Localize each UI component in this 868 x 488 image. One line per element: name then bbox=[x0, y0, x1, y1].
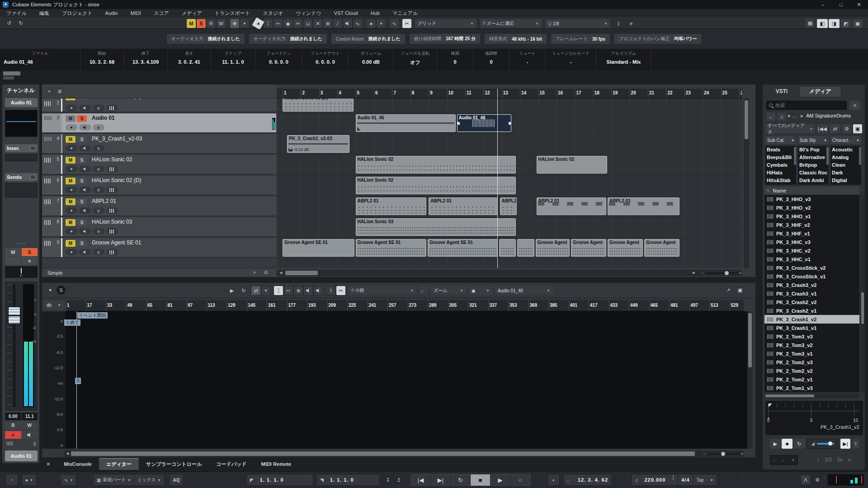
file-item-PK_3_CrossStick_v1[interactable]: PK_3_CrossStick_v1 bbox=[764, 272, 859, 281]
scrollbar-thumb[interactable] bbox=[285, 271, 318, 275]
play-tool-icon[interactable] bbox=[343, 19, 352, 28]
zoom-in-icon[interactable]: + bbox=[741, 451, 744, 456]
info-field-ボリューム[interactable]: ボリューム0.00 dB bbox=[349, 49, 394, 70]
track-record-enable-button[interactable]: ● bbox=[66, 228, 77, 235]
track-instrument-button[interactable] bbox=[106, 105, 118, 111]
track-solo-button[interactable]: S bbox=[77, 136, 87, 143]
zoom-in-icon[interactable]: + bbox=[739, 271, 742, 276]
file-item-PK_2_Tom1_v3[interactable]: PK_2_Tom1_v3 bbox=[764, 384, 859, 392]
event-Groove Agent[interactable]: Groove Agent bbox=[571, 239, 606, 257]
track-monitor-button[interactable] bbox=[79, 105, 91, 111]
fader-db-value[interactable]: 0.00 bbox=[5, 413, 21, 420]
editor-ruler-unit-select[interactable]: db▼ bbox=[44, 300, 64, 310]
record-button[interactable]: ○ bbox=[510, 474, 530, 486]
track-monitor-button[interactable] bbox=[79, 249, 91, 255]
file-item-PK_3_HHC_v2[interactable]: PK_3_HHC_v2 bbox=[764, 246, 859, 255]
event-ABPL2 01[interactable]: ABPL2 01 bbox=[356, 197, 427, 215]
file-item-PK_3_Crash3_v1[interactable]: PK_3_Crash3_v1 bbox=[764, 289, 859, 298]
editor-horizontal-scrollbar[interactable]: ◀ − + bbox=[64, 450, 744, 457]
fade-handle-icon[interactable] bbox=[768, 404, 772, 408]
preview-volume-control[interactable] bbox=[807, 439, 838, 449]
tab-media[interactable]: メディア bbox=[799, 86, 841, 97]
event-Groove Agent SE 01[interactable]: Groove Agent SE 01 bbox=[428, 239, 498, 257]
editor-grid-select[interactable]: # 小節▼ bbox=[349, 286, 416, 295]
scrollbar-thumb[interactable] bbox=[794, 147, 796, 165]
range-tool-icon[interactable]: ⌶ bbox=[274, 286, 283, 295]
redo-button[interactable]: ↻ bbox=[16, 19, 25, 28]
minimize-button[interactable]: – bbox=[814, 0, 832, 9]
filter-column-header-Sub Cat.[interactable]: Sub Cat.▼ bbox=[765, 136, 796, 144]
pad-icon[interactable]: ▦ 新規パート▼ bbox=[94, 474, 134, 485]
scroll-right-icon[interactable]: ▶ bbox=[691, 270, 697, 276]
reset-filter-icon[interactable]: |◀◀ bbox=[817, 124, 828, 133]
scrollbar-thumb[interactable] bbox=[765, 394, 814, 397]
fader-handle[interactable] bbox=[8, 307, 20, 324]
play-tool-icon[interactable] bbox=[314, 286, 323, 295]
file-item-PK_3_HHF_v2[interactable]: PK_3_HHF_v2 bbox=[764, 221, 859, 229]
automation-W[interactable]: W bbox=[217, 19, 226, 28]
menu-item-編集[interactable]: 編集 bbox=[33, 10, 56, 17]
half-speed-button[interactable]: 1/2 bbox=[825, 457, 832, 462]
read-automation-button[interactable]: R bbox=[5, 422, 21, 429]
editor-solo-button[interactable]: S bbox=[57, 286, 66, 295]
split-tool-icon[interactable]: ✂ bbox=[293, 19, 302, 28]
track-record-enable-button[interactable]: ● bbox=[66, 124, 77, 131]
inspector-bottom-track-name[interactable]: Audio 01 bbox=[5, 450, 38, 461]
goto-end-button[interactable]: ▶| bbox=[431, 474, 451, 486]
track-instrument-button[interactable] bbox=[106, 166, 118, 172]
editor-waveform-display[interactable]: 0-2.5-6.0-12.0-oo-12.0-6.0-2.50 イベント開始 ト… bbox=[42, 311, 747, 449]
scroll-left-icon[interactable]: ◀ bbox=[278, 270, 283, 276]
menu-item-ウィンドウ[interactable]: ウィンドウ bbox=[289, 10, 327, 17]
automation-M[interactable]: M bbox=[187, 19, 196, 28]
eq-curve-display[interactable] bbox=[5, 110, 38, 137]
preview-stop-button[interactable]: ■ bbox=[782, 439, 793, 449]
track-edit-button[interactable]: e bbox=[93, 105, 104, 111]
track-record-enable-button[interactable]: ● bbox=[66, 187, 77, 193]
quantize-select[interactable]: Q 1/8▼ bbox=[545, 19, 610, 28]
file-item-PK_3_Crash1_v2[interactable]: PK_3_Crash1_v2 bbox=[764, 315, 859, 324]
scrollbar-thumb[interactable] bbox=[826, 147, 829, 165]
filter-column-header-Sub Sty.[interactable]: Sub Sty.▼ bbox=[798, 136, 829, 144]
midi-mix-mode[interactable]: ミックス▼ bbox=[134, 474, 164, 485]
breadcrumb-ellipsis[interactable]: ... bbox=[793, 113, 797, 118]
tab-vsti[interactable]: VSTi bbox=[767, 86, 796, 97]
track-monitor-button[interactable] bbox=[79, 207, 91, 214]
info-field-開始[interactable]: 開始10. 3. 2. 68 bbox=[80, 49, 124, 70]
track-row-HALion Sonic 02 (D)[interactable]: 6MSHALion Sonic 02 (D)●e bbox=[42, 176, 276, 196]
search-input[interactable] bbox=[775, 103, 838, 108]
track-instrument-button[interactable] bbox=[106, 207, 118, 214]
inserts-section-header[interactable]: Inser. bbox=[5, 144, 38, 152]
info-field-長さ[interactable]: 長さ3. 0. 2. 41 bbox=[168, 49, 211, 70]
track-solo-button[interactable]: S bbox=[77, 219, 87, 226]
file-item-PK_3_Crash3_v2[interactable]: PK_3_Crash3_v2 bbox=[764, 281, 859, 289]
file-item-PK_2_Tom3_v2[interactable]: PK_2_Tom3_v2 bbox=[764, 341, 859, 349]
back-icon[interactable]: ← bbox=[766, 113, 775, 121]
file-list-hscrollbar[interactable] bbox=[764, 394, 859, 398]
write-automation-button[interactable]: W bbox=[22, 422, 38, 429]
double-speed-button[interactable]: 2x bbox=[837, 457, 843, 462]
auto-quantize-button[interactable]: AQ bbox=[169, 474, 184, 486]
event-end-marker[interactable]: ト終了 bbox=[64, 319, 80, 326]
filter-item-Clean[interactable]: Clean bbox=[830, 161, 861, 169]
event-unnamed[interactable] bbox=[517, 239, 534, 257]
undo-button[interactable]: ↺ bbox=[5, 19, 14, 28]
track-record-enable-button[interactable]: ● bbox=[66, 105, 77, 111]
meter-peak-value[interactable]: 11.1 bbox=[22, 413, 38, 420]
filter-item-Alternative[interactable]: Alternative bbox=[798, 154, 829, 161]
filter-column-header-Charact.[interactable]: Charact.▼ bbox=[830, 136, 861, 144]
scrollbar-thumb[interactable] bbox=[71, 451, 695, 456]
left-locator-icon[interactable]: ◤ bbox=[247, 474, 257, 485]
track-solo-button[interactable]: S bbox=[77, 178, 87, 184]
file-item-PK_3_HHF_v1[interactable]: PK_3_HHF_v1 bbox=[764, 229, 859, 238]
filter-item-HiHats[interactable]: HiHats bbox=[765, 169, 796, 177]
event-HALion Sonic 02[interactable]: HALion Sonic 02 bbox=[537, 156, 608, 174]
volume-slider[interactable] bbox=[817, 443, 834, 445]
glue-tool-icon[interactable]: ⊔ bbox=[303, 19, 312, 28]
breadcrumb-current[interactable]: AM SignatureDrums bbox=[806, 113, 851, 118]
track-row-HALion Sonic 02[interactable]: 5MSHALion Sonic 02●e bbox=[42, 155, 276, 175]
zoom-out-icon[interactable]: − bbox=[703, 451, 706, 456]
info-field-ミュート[interactable]: ミュート- bbox=[509, 49, 546, 70]
filter-item-Acoustic[interactable]: Acoustic bbox=[830, 146, 861, 154]
track-edit-button[interactable]: e bbox=[93, 145, 104, 151]
inspector-track-button[interactable]: Audio 01 bbox=[5, 98, 38, 107]
